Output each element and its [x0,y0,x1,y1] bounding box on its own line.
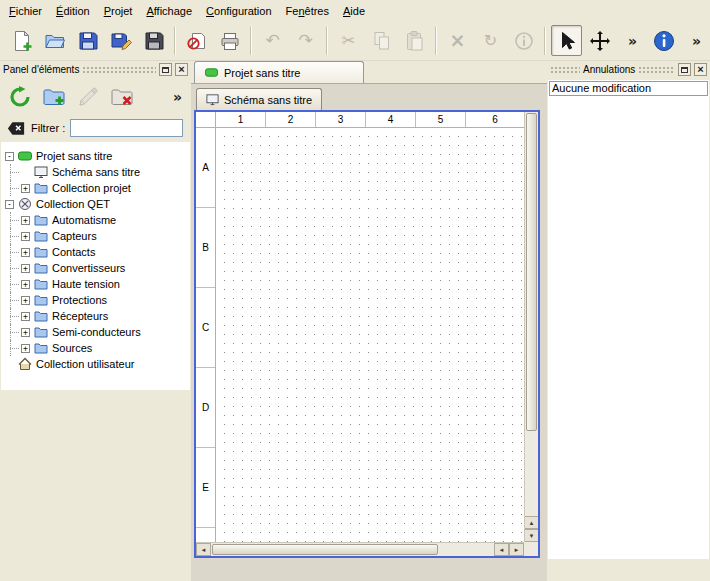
expand-icon[interactable]: + [21,184,30,193]
toolbar-group: ↶↷ [257,25,321,56]
collapse-icon[interactable]: - [5,200,14,209]
tree-item-protections[interactable]: +Protections [1,292,190,308]
paste-button[interactable] [399,25,430,56]
scroll-right-button[interactable]: ► [509,543,524,556]
scroll-down-button[interactable]: ▼ [525,529,538,542]
menu-affichage[interactable]: Affichage [139,3,199,19]
print-button[interactable] [214,25,245,56]
schema-tab[interactable]: Schéma sans titre [196,88,322,110]
close-file-button[interactable] [181,25,212,56]
expand-icon[interactable]: + [21,232,30,241]
tree-item-capteurs[interactable]: +Capteurs [1,228,190,244]
schema-view: 123456 ABCDE ▲ ▼ ◄ ◄ ► [194,110,540,558]
elements-toolbar: » [0,78,191,115]
tree-item-collection-projet[interactable]: +Collection projet [1,180,190,196]
reload-collections-button[interactable] [6,83,34,111]
tree-item-sources[interactable]: +Sources [1,340,190,356]
folder-icon [34,245,48,259]
horizontal-scrollbar[interactable]: ◄ ◄ ► [196,542,524,556]
delete-button[interactable]: × [442,25,473,56]
scroll-left-button-end[interactable]: ◄ [494,543,509,556]
float-button[interactable] [678,63,691,76]
delete-element-button[interactable] [108,83,136,111]
expand-icon[interactable]: + [21,328,30,337]
schema-icon [206,93,219,106]
expand-icon[interactable]: + [21,264,30,273]
toolbar-group: » [551,25,648,56]
menu-edition[interactable]: Édition [49,3,97,19]
select-mode-button[interactable] [551,25,582,56]
expand-icon[interactable]: + [21,312,30,321]
redo-button[interactable]: ↷ [290,25,321,56]
open-project-button[interactable] [39,25,70,56]
tree-item-label: Récepteurs [52,310,108,322]
vertical-scrollbar[interactable]: ▲ ▼ [524,112,538,542]
new-project-button[interactable] [6,25,37,56]
menu-configuration[interactable]: Configuration [199,3,278,19]
horizontal-scrollbar-thumb[interactable] [212,544,438,555]
expand-icon[interactable]: + [21,216,30,225]
pan-mode-button[interactable] [584,25,615,56]
column-label-5: 5 [416,112,466,127]
tree-item-contacts[interactable]: +Contacts [1,244,190,260]
tree-item-collection-qet[interactable]: -Collection QET [1,196,190,212]
horizontal-scroll-track[interactable] [211,543,494,556]
qet-collection-icon [18,197,32,211]
tree-item-label: Schéma sans titre [52,166,140,178]
folder-icon [34,325,48,339]
filter-label: Filtrer : [31,122,65,134]
vertical-scrollbar-thumb[interactable] [526,113,537,431]
expand-icon[interactable]: + [21,248,30,257]
float-icon [162,67,169,73]
undo-button[interactable]: ↶ [257,25,288,56]
tree-item-convertisseurs[interactable]: +Convertisseurs [1,260,190,276]
copy-button[interactable] [366,25,397,56]
tree-item-recepteurs[interactable]: +Récepteurs [1,308,190,324]
float-button[interactable] [159,63,172,76]
close-button[interactable]: × [175,63,188,76]
element-info-button[interactable] [508,25,539,56]
scrollbar-corner [524,542,538,556]
clear-filter-button[interactable] [6,120,26,137]
dock-grip[interactable] [550,66,580,73]
menu-fichier[interactable]: Fichier [2,3,49,19]
edit-element-button[interactable] [74,83,102,111]
save-as-icon [110,30,132,52]
rotate-button[interactable]: ↻ [475,25,506,56]
menu-aide[interactable]: Aide [336,3,372,19]
tree-item-schema-sans-titre[interactable]: Schéma sans titre [1,164,190,180]
collapse-icon[interactable]: - [5,152,14,161]
new-element-button[interactable] [40,83,68,111]
undo-list-item[interactable]: Aucune modification [549,81,708,96]
elements-toolbar-overflow[interactable]: » [173,90,185,104]
project-tab[interactable]: Projet sans titre [194,61,364,83]
tree-item-projet-sans-titre[interactable]: -Projet sans titre [1,148,190,164]
copy-icon [371,30,393,52]
save-all-button[interactable] [138,25,169,56]
schema-canvas[interactable] [217,129,524,542]
expand-icon[interactable]: + [21,344,30,353]
tree-item-collection-utilisateur[interactable]: Collection utilisateur [1,356,190,372]
float-icon [681,67,688,73]
expand-icon[interactable]: + [21,296,30,305]
toolbar-overflow-right-button[interactable]: » [681,25,710,56]
expand-icon[interactable]: + [21,280,30,289]
save-button[interactable] [72,25,103,56]
open-folder-icon [44,30,66,52]
filter-input[interactable] [70,119,183,137]
tree-item-automatisme[interactable]: +Automatisme [1,212,190,228]
dock-grip[interactable] [638,66,675,73]
menu-fenetres[interactable]: Fenêtres [279,3,336,19]
toolbar-overflow-button[interactable]: » [617,25,648,56]
dock-grip[interactable] [82,66,156,73]
scroll-up-button[interactable]: ▲ [525,516,538,529]
save-as-button[interactable] [105,25,136,56]
cut-button[interactable]: ✂ [333,25,364,56]
tree-item-haute-tension[interactable]: +Haute tension [1,276,190,292]
close-icon: × [697,64,703,75]
tree-item-semi-conducteurs[interactable]: +Semi-conducteurs [1,324,190,340]
close-button[interactable]: × [694,63,707,76]
menu-projet[interactable]: Projet [97,3,140,19]
scroll-left-button[interactable]: ◄ [196,543,211,556]
about-button[interactable] [648,25,679,56]
